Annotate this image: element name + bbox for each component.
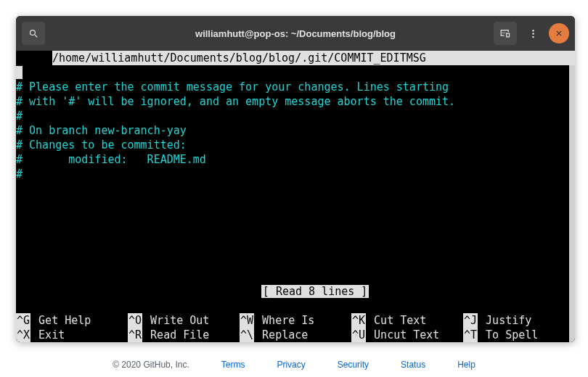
shortcut-item: ^W Where Is [240,313,351,328]
shortcut-key: ^T [463,328,478,342]
shortcut-key: ^O [128,313,142,328]
terminal-body[interactable]: /home/williamhutt/Documents/blog/blog/.g… [16,51,575,342]
editor-line: # Please enter the commit message for yo… [16,80,575,94]
editor-line: # On branch new-branch-yay [16,123,575,138]
shortcut-label: To Spell [478,328,538,342]
shortcut-item: ^O Write Out [128,313,240,328]
shortcut-label: Read File [142,328,209,342]
shortcut-label: Replace [254,328,308,342]
shortcut-item: ^K Cut Text [351,313,463,328]
svg-point-1 [532,33,534,35]
svg-point-0 [532,29,534,31]
footer-link-security[interactable]: Security [338,360,369,370]
search-button[interactable] [22,22,45,45]
shortcut-label: Justify [478,313,531,328]
cursor [16,66,23,79]
window-title: williamhutt@pop-os: ~/Documents/blog/blo… [131,28,460,39]
search-icon [28,28,39,39]
shortcut-label: Where Is [254,313,314,328]
nano-file-path: /home/williamhutt/Documents/blog/blog/.g… [52,51,575,65]
svg-point-2 [532,36,534,38]
shortcut-key: ^J [463,313,478,328]
shortcut-label: Uncut Text [366,328,439,342]
shortcut-label: Cut Text [366,313,426,328]
shortcut-item: ^G Get Help [16,313,128,328]
footer-copyright: © 2020 GitHub, Inc. [113,360,189,370]
status-badge: [ Read 8 lines ] [261,285,369,298]
shortcut-label: Write Out [142,313,209,328]
editor-content[interactable]: # Please enter the commit message for yo… [16,65,575,181]
footer-link-terms[interactable]: Terms [221,360,245,370]
editor-line: # Changes to be committed: [16,138,575,152]
kebab-menu-icon [528,28,539,39]
shortcut-item: ^\ Replace [240,328,351,342]
shortcut-key: ^R [128,328,142,342]
editor-line [16,65,575,80]
terminal-window: williamhutt@pop-os: ~/Documents/blog/blo… [16,16,575,342]
nano-shortcuts: ^G Get Help^O Write Out^W Where Is^K Cut… [16,313,575,342]
shortcut-item: ^T To Spell [463,328,575,342]
shortcut-key: ^K [351,313,366,328]
editor-line: # with '#' will be ignored, and an empty… [16,94,575,109]
shortcut-item: ^J Justify [463,313,575,328]
footer-link-status[interactable]: Status [401,360,425,370]
close-button[interactable] [549,23,569,44]
nano-header-line: /home/williamhutt/Documents/blog/blog/.g… [16,51,575,65]
new-tab-icon [500,28,511,39]
menu-button[interactable] [521,22,544,45]
footer-link-privacy[interactable]: Privacy [277,360,305,370]
editor-line: # [16,109,575,123]
shortcut-key: ^W [240,313,254,328]
shortcut-item: ^R Read File [128,328,240,342]
nano-status-line: [ Read 8 lines ] [16,270,575,313]
footer-link-help[interactable]: Help [457,360,475,370]
close-icon [555,29,563,38]
shortcut-key: ^\ [240,328,254,342]
shortcut-key: ^X [16,328,30,342]
editor-line: # modified: README.md [16,152,575,167]
shortcut-label: Exit [30,328,65,342]
titlebar: williamhutt@pop-os: ~/Documents/blog/blo… [16,16,575,51]
shortcut-label: Get Help [30,313,91,328]
shortcut-key: ^U [351,328,366,342]
editor-line: # [16,167,575,181]
page-footer: © 2020 GitHub, Inc. Terms Privacy Securi… [0,360,588,370]
shortcut-item: ^U Uncut Text [351,328,463,342]
shortcut-item: ^X Exit [16,328,128,342]
new-tab-button[interactable] [494,22,517,45]
shortcut-key: ^G [16,313,30,328]
